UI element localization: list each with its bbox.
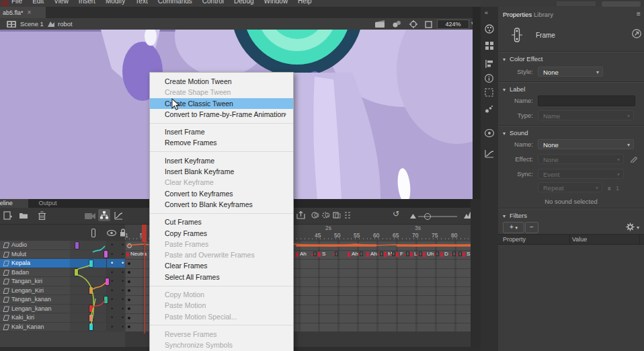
menu-bar-item[interactable]: Help xyxy=(298,0,312,6)
context-menu-item[interactable]: Remove Frames › xyxy=(150,137,293,152)
edit-symbols-icon[interactable] xyxy=(393,20,401,28)
label-name-input[interactable] xyxy=(538,95,635,106)
layer-name[interactable]: Kaki_Kanan xyxy=(11,323,44,330)
zoom-slider-knob[interactable] xyxy=(424,213,431,220)
lock-dot[interactable]: • xyxy=(122,313,124,321)
context-menu-item[interactable]: Copy Frames › xyxy=(150,228,293,239)
lock-dot[interactable]: • xyxy=(122,241,124,249)
zoom-out-icon[interactable] xyxy=(410,214,416,219)
edit-multiple-frames-icon[interactable] xyxy=(333,211,341,219)
zoom-level-select[interactable]: 424% xyxy=(437,20,469,29)
lock-dot[interactable]: • xyxy=(122,305,124,313)
scene-breadcrumb[interactable]: Scene 1 xyxy=(20,20,44,28)
keyframe-mark[interactable] xyxy=(458,251,462,256)
keyframe-mark[interactable] xyxy=(436,251,439,256)
keyframe-mark[interactable] xyxy=(335,251,338,256)
history-graph-icon[interactable] xyxy=(485,149,494,158)
keyframe-marker[interactable] xyxy=(128,280,130,283)
onion-skin-outline-icon[interactable] xyxy=(322,211,330,219)
layer-name[interactable]: Badan xyxy=(11,269,29,276)
lock-dot[interactable]: • xyxy=(122,286,124,295)
context-menu-item[interactable]: Reverse Frames › xyxy=(150,329,293,340)
context-menu-item[interactable]: Clear Frames › xyxy=(150,260,293,271)
context-menu-item[interactable]: Paste Motion Special... › xyxy=(150,311,293,326)
section-label[interactable]: Label xyxy=(503,85,525,93)
lock-dot[interactable]: • xyxy=(122,295,124,303)
eye-icon[interactable] xyxy=(107,230,116,236)
keyframe-marker[interactable] xyxy=(128,289,130,292)
context-menu-item[interactable]: Convert to Keyframes › xyxy=(150,188,293,199)
swatches-panel-icon[interactable] xyxy=(485,41,494,50)
context-menu-item[interactable]: Select All Frames › xyxy=(150,272,293,286)
tab-output[interactable]: Output xyxy=(32,199,63,208)
center-stage-icon[interactable] xyxy=(409,20,417,28)
menu-bar-item[interactable]: View xyxy=(54,0,69,6)
menu-bar-item[interactable]: Insert xyxy=(79,0,95,6)
lock-dot[interactable]: • xyxy=(122,268,124,276)
export-frames-icon[interactable] xyxy=(296,211,306,219)
close-tab-icon[interactable]: × xyxy=(28,9,32,16)
keyframe-marker[interactable] xyxy=(128,299,130,301)
layer-name[interactable]: Tangan_kanan xyxy=(11,296,51,303)
label-type-dropdown[interactable]: Name▾ xyxy=(538,110,634,120)
transform-panel-icon[interactable] xyxy=(485,88,493,97)
lock-dot[interactable]: • xyxy=(122,277,124,285)
menu-bar-item[interactable]: Control xyxy=(202,0,224,6)
context-menu-item[interactable]: Paste and Overwrite Frames › xyxy=(150,249,293,260)
edit-envelope-pencil-icon[interactable] xyxy=(630,155,638,163)
document-tab[interactable]: ab5.fla* × xyxy=(0,7,46,18)
menu-bar-item[interactable]: Commands xyxy=(158,0,192,6)
keyframe-mark[interactable] xyxy=(360,251,363,256)
layer-name[interactable]: Lengan_kanan xyxy=(11,305,52,312)
context-menu-item[interactable]: Insert Frame › xyxy=(150,126,293,137)
lock-dot[interactable]: • xyxy=(122,323,124,331)
sound-repeat-dropdown[interactable]: Repeat▾ xyxy=(538,182,602,192)
tab-library[interactable]: Library xyxy=(534,11,553,18)
filter-options-gear-icon[interactable] xyxy=(626,223,635,231)
modify-markers-icon[interactable] xyxy=(344,211,352,219)
context-menu-item[interactable]: Synchronize Symbols › xyxy=(150,340,293,350)
edit-scene-icon[interactable] xyxy=(375,20,385,28)
keyframe-marker[interactable] xyxy=(128,271,130,274)
clip-content-icon[interactable] xyxy=(425,21,432,28)
repeat-count-stepper[interactable]: 1 xyxy=(616,185,619,192)
context-menu-item[interactable]: Insert Keyframe › xyxy=(150,155,293,166)
menu-bar-item[interactable]: Modify xyxy=(106,0,125,6)
align-panel-icon[interactable] xyxy=(485,59,493,69)
parenting-view-icon[interactable] xyxy=(100,211,108,219)
app-logo-icon[interactable] xyxy=(1,1,9,6)
remove-filter-button[interactable]: − xyxy=(525,222,538,233)
section-filters[interactable]: Filters xyxy=(503,212,527,219)
layer-name[interactable]: Tangan_kiri xyxy=(11,278,42,284)
quick-share-icon[interactable] xyxy=(632,29,641,38)
layer-name[interactable]: Kepala xyxy=(11,260,30,266)
keyframe-mark[interactable] xyxy=(419,251,422,256)
keyframe-mark[interactable] xyxy=(313,251,317,256)
onion-skin-icon[interactable] xyxy=(311,211,319,219)
context-menu-item[interactable]: Copy Motion › xyxy=(150,289,293,300)
menu-bar-item[interactable]: File xyxy=(11,0,22,6)
keyframe-mark[interactable] xyxy=(380,251,383,256)
lock-dot[interactable]: • xyxy=(122,250,124,258)
context-menu-item[interactable]: Create Shape Tween › xyxy=(150,87,293,98)
menu-bar-item[interactable]: Edit xyxy=(32,0,44,6)
context-menu-item[interactable]: Paste Frames › xyxy=(150,239,293,249)
menu-bar-item[interactable]: Debug xyxy=(234,0,253,6)
playhead[interactable] xyxy=(142,225,147,242)
layer-name[interactable]: Audio xyxy=(11,241,27,248)
search-box[interactable] xyxy=(602,1,641,7)
particles-panel-icon[interactable] xyxy=(485,105,493,114)
gear-chevron-icon[interactable]: ▾ xyxy=(637,225,639,231)
keyframe-marker[interactable] xyxy=(128,262,130,265)
keyframe-mark[interactable] xyxy=(406,251,409,256)
workspace-switcher[interactable] xyxy=(557,1,596,6)
keyframe-marker[interactable] xyxy=(128,307,130,310)
keyframe-marker[interactable] xyxy=(128,317,130,319)
new-folder-icon[interactable] xyxy=(19,211,28,219)
creative-cloud-icon[interactable] xyxy=(485,129,494,137)
info-panel-icon[interactable] xyxy=(485,74,493,83)
layer-name[interactable]: Kaki_kiri xyxy=(11,314,34,321)
layer-name[interactable]: Lengan_Kiri xyxy=(11,287,44,294)
context-menu-item[interactable]: Create Motion Tween › xyxy=(150,76,293,87)
context-menu-item[interactable]: Clear Keyframe › xyxy=(150,177,293,188)
